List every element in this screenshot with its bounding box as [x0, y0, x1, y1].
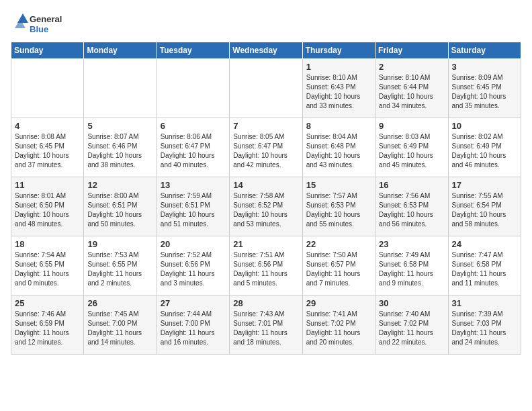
- calendar-cell: 18Sunrise: 7:54 AM Sunset: 6:55 PM Dayli…: [11, 236, 84, 295]
- calendar-cell: 26Sunrise: 7:45 AM Sunset: 7:00 PM Dayli…: [84, 295, 157, 355]
- calendar-cell: 27Sunrise: 7:44 AM Sunset: 7:00 PM Dayli…: [157, 295, 229, 355]
- day-number: 31: [452, 298, 517, 308]
- calendar-cell: 11Sunrise: 8:01 AM Sunset: 6:50 PM Dayli…: [11, 177, 84, 236]
- cell-content: Sunrise: 7:47 AM Sunset: 6:58 PM Dayligh…: [452, 250, 517, 288]
- week-row: 4Sunrise: 8:08 AM Sunset: 6:45 PM Daylig…: [11, 118, 521, 177]
- cell-content: Sunrise: 7:53 AM Sunset: 6:55 PM Dayligh…: [87, 250, 152, 288]
- logo: General Blue: [11, 11, 71, 36]
- day-number: 12: [87, 180, 152, 190]
- day-number: 25: [15, 298, 80, 308]
- day-number: 20: [161, 239, 226, 249]
- calendar-cell: 23Sunrise: 7:49 AM Sunset: 6:58 PM Dayli…: [375, 236, 448, 295]
- calendar-cell: 14Sunrise: 7:58 AM Sunset: 6:52 PM Dayli…: [230, 177, 302, 236]
- day-number: 30: [379, 298, 444, 308]
- cell-content: Sunrise: 7:39 AM Sunset: 7:03 PM Dayligh…: [452, 310, 517, 347]
- calendar-cell: 7Sunrise: 8:05 AM Sunset: 6:47 PM Daylig…: [230, 118, 302, 177]
- header-day: Wednesday: [230, 42, 302, 59]
- calendar-cell: 22Sunrise: 7:50 AM Sunset: 6:57 PM Dayli…: [302, 236, 375, 295]
- calendar-cell: 25Sunrise: 7:46 AM Sunset: 6:59 PM Dayli…: [11, 295, 84, 355]
- cell-content: Sunrise: 7:57 AM Sunset: 6:53 PM Dayligh…: [306, 191, 371, 229]
- cell-content: Sunrise: 8:02 AM Sunset: 6:49 PM Dayligh…: [452, 132, 517, 170]
- day-number: 5: [87, 121, 152, 131]
- calendar-cell: [84, 59, 157, 118]
- cell-content: Sunrise: 8:10 AM Sunset: 6:43 PM Dayligh…: [306, 73, 371, 111]
- header-day: Friday: [375, 42, 448, 59]
- cell-content: Sunrise: 7:45 AM Sunset: 7:00 PM Dayligh…: [87, 310, 152, 347]
- calendar-cell: 8Sunrise: 8:04 AM Sunset: 6:48 PM Daylig…: [302, 118, 375, 177]
- page-header: General Blue: [11, 11, 521, 36]
- cell-content: Sunrise: 7:59 AM Sunset: 6:51 PM Dayligh…: [161, 191, 226, 229]
- cell-content: Sunrise: 8:05 AM Sunset: 6:47 PM Dayligh…: [233, 132, 298, 170]
- cell-content: Sunrise: 7:50 AM Sunset: 6:57 PM Dayligh…: [306, 250, 371, 288]
- day-number: 27: [161, 298, 226, 308]
- week-row: 18Sunrise: 7:54 AM Sunset: 6:55 PM Dayli…: [11, 236, 521, 295]
- day-number: 7: [233, 121, 298, 131]
- cell-content: Sunrise: 8:06 AM Sunset: 6:47 PM Dayligh…: [161, 132, 226, 170]
- day-number: 13: [161, 180, 226, 190]
- day-number: 2: [379, 62, 444, 72]
- cell-content: Sunrise: 7:52 AM Sunset: 6:56 PM Dayligh…: [161, 250, 226, 288]
- header-day: Saturday: [448, 42, 521, 59]
- cell-content: Sunrise: 7:41 AM Sunset: 7:02 PM Dayligh…: [306, 310, 371, 347]
- cell-content: Sunrise: 7:40 AM Sunset: 7:02 PM Dayligh…: [379, 310, 444, 347]
- cell-content: Sunrise: 7:43 AM Sunset: 7:01 PM Dayligh…: [233, 310, 298, 347]
- day-number: 9: [379, 121, 444, 131]
- calendar-cell: 16Sunrise: 7:56 AM Sunset: 6:53 PM Dayli…: [375, 177, 448, 236]
- calendar-cell: 5Sunrise: 8:07 AM Sunset: 6:46 PM Daylig…: [84, 118, 157, 177]
- calendar-cell: [230, 59, 302, 118]
- week-row: 1Sunrise: 8:10 AM Sunset: 6:43 PM Daylig…: [11, 59, 521, 118]
- day-number: 3: [452, 62, 517, 72]
- calendar-cell: 6Sunrise: 8:06 AM Sunset: 6:47 PM Daylig…: [157, 118, 229, 177]
- cell-content: Sunrise: 7:56 AM Sunset: 6:53 PM Dayligh…: [379, 191, 444, 229]
- cell-content: Sunrise: 8:07 AM Sunset: 6:46 PM Dayligh…: [87, 132, 152, 170]
- cell-content: Sunrise: 7:46 AM Sunset: 6:59 PM Dayligh…: [15, 310, 80, 347]
- cell-content: Sunrise: 8:10 AM Sunset: 6:44 PM Dayligh…: [379, 73, 444, 111]
- calendar-cell: 4Sunrise: 8:08 AM Sunset: 6:45 PM Daylig…: [11, 118, 84, 177]
- week-row: 25Sunrise: 7:46 AM Sunset: 6:59 PM Dayli…: [11, 295, 521, 355]
- header-day: Monday: [84, 42, 157, 59]
- cell-content: Sunrise: 7:58 AM Sunset: 6:52 PM Dayligh…: [233, 191, 298, 229]
- day-number: 23: [379, 239, 444, 249]
- calendar-cell: 20Sunrise: 7:52 AM Sunset: 6:56 PM Dayli…: [157, 236, 229, 295]
- day-number: 21: [233, 239, 298, 249]
- calendar-cell: 29Sunrise: 7:41 AM Sunset: 7:02 PM Dayli…: [302, 295, 375, 355]
- header-day: Tuesday: [157, 42, 229, 59]
- calendar-cell: 24Sunrise: 7:47 AM Sunset: 6:58 PM Dayli…: [448, 236, 521, 295]
- calendar-cell: 9Sunrise: 8:03 AM Sunset: 6:49 PM Daylig…: [375, 118, 448, 177]
- calendar-table: SundayMondayTuesdayWednesdayThursdayFrid…: [11, 42, 521, 355]
- day-number: 11: [15, 180, 80, 190]
- day-number: 17: [452, 180, 517, 190]
- week-row: 11Sunrise: 8:01 AM Sunset: 6:50 PM Dayli…: [11, 177, 521, 236]
- day-number: 4: [15, 121, 80, 131]
- day-number: 18: [15, 239, 80, 249]
- calendar-cell: 31Sunrise: 7:39 AM Sunset: 7:03 PM Dayli…: [448, 295, 521, 355]
- cell-content: Sunrise: 7:55 AM Sunset: 6:54 PM Dayligh…: [452, 191, 517, 229]
- calendar-cell: 3Sunrise: 8:09 AM Sunset: 6:45 PM Daylig…: [448, 59, 521, 118]
- day-number: 28: [233, 298, 298, 308]
- day-number: 29: [306, 298, 371, 308]
- calendar-cell: [157, 59, 229, 118]
- cell-content: Sunrise: 7:44 AM Sunset: 7:00 PM Dayligh…: [161, 310, 226, 347]
- cell-content: Sunrise: 7:51 AM Sunset: 6:56 PM Dayligh…: [233, 250, 298, 288]
- calendar-cell: [11, 59, 84, 118]
- day-number: 24: [452, 239, 517, 249]
- calendar-cell: 15Sunrise: 7:57 AM Sunset: 6:53 PM Dayli…: [302, 177, 375, 236]
- logo-svg: General Blue: [11, 11, 71, 36]
- cell-content: Sunrise: 7:54 AM Sunset: 6:55 PM Dayligh…: [15, 250, 80, 288]
- calendar-cell: 1Sunrise: 8:10 AM Sunset: 6:43 PM Daylig…: [302, 59, 375, 118]
- svg-text:Blue: Blue: [30, 24, 48, 34]
- day-number: 1: [306, 62, 371, 72]
- day-number: 22: [306, 239, 371, 249]
- day-number: 16: [379, 180, 444, 190]
- cell-content: Sunrise: 8:08 AM Sunset: 6:45 PM Dayligh…: [15, 132, 80, 170]
- day-number: 26: [87, 298, 152, 308]
- cell-content: Sunrise: 8:09 AM Sunset: 6:45 PM Dayligh…: [452, 73, 517, 111]
- cell-content: Sunrise: 8:03 AM Sunset: 6:49 PM Dayligh…: [379, 132, 444, 170]
- cell-content: Sunrise: 8:04 AM Sunset: 6:48 PM Dayligh…: [306, 132, 371, 170]
- day-number: 10: [452, 121, 517, 131]
- calendar-cell: 28Sunrise: 7:43 AM Sunset: 7:01 PM Dayli…: [230, 295, 302, 355]
- day-number: 15: [306, 180, 371, 190]
- cell-content: Sunrise: 8:01 AM Sunset: 6:50 PM Dayligh…: [15, 191, 80, 229]
- svg-text:General: General: [30, 14, 62, 24]
- calendar-cell: 13Sunrise: 7:59 AM Sunset: 6:51 PM Dayli…: [157, 177, 229, 236]
